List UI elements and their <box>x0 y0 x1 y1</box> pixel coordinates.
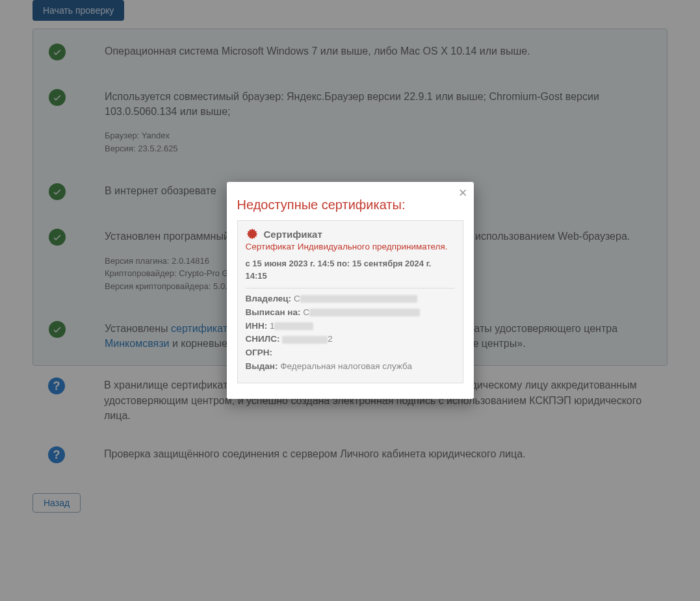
text-fragment: С <box>303 307 309 317</box>
modal-title: Недоступные сертификаты: <box>237 198 463 212</box>
modal-overlay[interactable]: × Недоступные сертификаты: Сертификат Се… <box>0 0 700 526</box>
redacted-value <box>274 322 313 330</box>
unavailable-certs-modal: × Недоступные сертификаты: Сертификат Се… <box>227 182 474 399</box>
text-fragment: С <box>294 294 300 303</box>
seal-icon <box>246 227 259 240</box>
cert-period: с 15 июня 2023 г. 14:5 по: 15 сентября 2… <box>246 258 455 288</box>
text-fragment: 2 <box>328 334 333 344</box>
cert-inn: ИНН: 1 <box>246 320 455 333</box>
certificate-box: Сертификат Сертификат Индивидуального пр… <box>237 220 463 383</box>
cert-snils: СНИЛС: 2 <box>246 333 455 346</box>
cert-label: Сертификат <box>264 229 322 240</box>
cert-subtitle: Сертификат Индивидуального предпринимате… <box>246 242 455 251</box>
close-icon[interactable]: × <box>459 186 467 200</box>
redacted-value <box>282 336 328 344</box>
redacted-value <box>300 295 417 303</box>
text-fragment: 1 <box>270 321 275 331</box>
cert-issued-to: Выписан на: С <box>246 306 455 320</box>
cert-owner: Владелец: С <box>246 292 455 306</box>
redacted-value <box>309 309 420 316</box>
cert-ogrn: ОГРН: <box>246 346 455 360</box>
cert-issued-by: Выдан: Федеральная налоговая служба <box>246 360 455 374</box>
text-fragment: Федеральная налоговая служба <box>280 361 412 371</box>
